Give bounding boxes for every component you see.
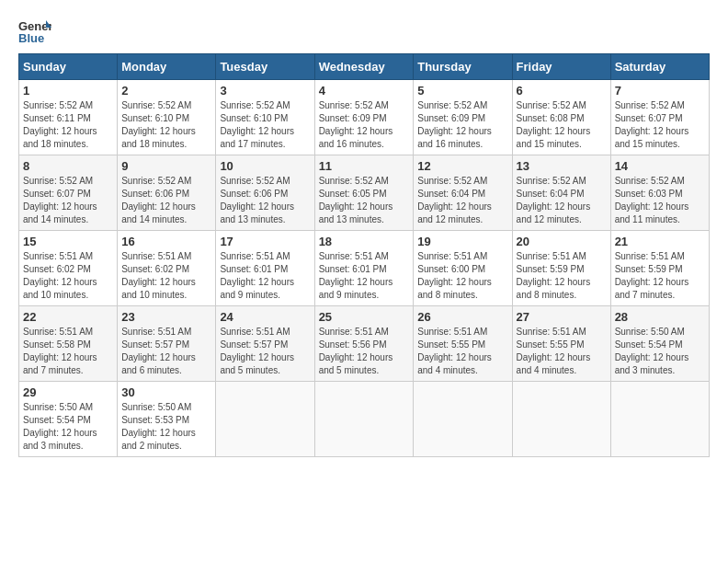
day-info: Sunrise: 5:52 AM Sunset: 6:03 PM Dayligh…: [615, 175, 705, 226]
calendar-cell: 17Sunrise: 5:51 AM Sunset: 6:01 PM Dayli…: [216, 231, 314, 306]
day-number: 20: [517, 235, 607, 248]
day-number: 16: [121, 235, 211, 248]
calendar-cell: 16Sunrise: 5:51 AM Sunset: 6:02 PM Dayli…: [118, 231, 216, 306]
day-info: Sunrise: 5:51 AM Sunset: 5:55 PM Dayligh…: [417, 326, 507, 377]
day-number: 7: [615, 84, 705, 98]
day-number: 3: [220, 84, 310, 98]
calendar-cell: 7Sunrise: 5:52 AM Sunset: 6:07 PM Daylig…: [610, 80, 709, 155]
calendar-cell: 4Sunrise: 5:52 AM Sunset: 6:09 PM Daylig…: [314, 80, 414, 155]
svg-text:Blue: Blue: [18, 31, 44, 44]
day-number: 1: [23, 84, 113, 98]
calendar-table: SundayMondayTuesdayWednesdayThursdayFrid…: [18, 53, 710, 457]
day-info: Sunrise: 5:51 AM Sunset: 5:56 PM Dayligh…: [319, 326, 410, 377]
day-info: Sunrise: 5:52 AM Sunset: 6:11 PM Dayligh…: [23, 99, 113, 151]
calendar-cell: 20Sunrise: 5:51 AM Sunset: 5:59 PM Dayli…: [512, 231, 610, 306]
day-number: 15: [23, 235, 113, 248]
calendar-cell: 12Sunrise: 5:52 AM Sunset: 6:04 PM Dayli…: [414, 155, 512, 231]
day-header-sunday: Sunday: [19, 54, 118, 80]
calendar-cell: 28Sunrise: 5:50 AM Sunset: 5:54 PM Dayli…: [610, 306, 709, 382]
day-info: Sunrise: 5:51 AM Sunset: 5:57 PM Dayligh…: [121, 326, 211, 377]
calendar-cell: 25Sunrise: 5:51 AM Sunset: 5:56 PM Dayli…: [314, 306, 414, 382]
day-number: 27: [517, 310, 607, 324]
calendar-cell: 11Sunrise: 5:52 AM Sunset: 6:05 PM Dayli…: [314, 155, 414, 231]
calendar-cell: 10Sunrise: 5:52 AM Sunset: 6:06 PM Dayli…: [216, 155, 314, 231]
day-info: Sunrise: 5:52 AM Sunset: 6:10 PM Dayligh…: [121, 99, 211, 151]
calendar-cell: 1Sunrise: 5:52 AM Sunset: 6:11 PM Daylig…: [19, 80, 118, 155]
day-number: 23: [121, 310, 211, 324]
day-info: Sunrise: 5:51 AM Sunset: 6:01 PM Dayligh…: [220, 250, 310, 302]
day-info: Sunrise: 5:51 AM Sunset: 6:01 PM Dayligh…: [319, 250, 410, 302]
day-number: 17: [220, 235, 310, 248]
day-info: Sunrise: 5:52 AM Sunset: 6:04 PM Dayligh…: [417, 175, 507, 226]
day-number: 5: [417, 84, 507, 98]
day-info: Sunrise: 5:52 AM Sunset: 6:08 PM Dayligh…: [517, 99, 607, 151]
day-info: Sunrise: 5:52 AM Sunset: 6:06 PM Dayligh…: [220, 175, 310, 226]
calendar-week-row: 22Sunrise: 5:51 AM Sunset: 5:58 PM Dayli…: [19, 306, 710, 382]
day-number: 12: [417, 159, 507, 173]
calendar-cell: 22Sunrise: 5:51 AM Sunset: 5:58 PM Dayli…: [19, 306, 118, 382]
day-number: 8: [23, 159, 113, 173]
calendar-cell: 26Sunrise: 5:51 AM Sunset: 5:55 PM Dayli…: [414, 306, 512, 382]
calendar-cell: 19Sunrise: 5:51 AM Sunset: 6:00 PM Dayli…: [414, 231, 512, 306]
day-info: Sunrise: 5:51 AM Sunset: 6:02 PM Dayligh…: [121, 250, 211, 302]
day-number: 22: [23, 310, 113, 324]
calendar-cell: 3Sunrise: 5:52 AM Sunset: 6:10 PM Daylig…: [216, 80, 314, 155]
day-number: 29: [23, 385, 113, 399]
calendar-cell: [414, 382, 512, 457]
calendar-cell: [512, 382, 610, 457]
logo: General Blue: [18, 18, 51, 44]
calendar-body: 1Sunrise: 5:52 AM Sunset: 6:11 PM Daylig…: [19, 80, 710, 457]
day-header-saturday: Saturday: [610, 54, 709, 80]
day-number: 26: [417, 310, 507, 324]
calendar-header-row: SundayMondayTuesdayWednesdayThursdayFrid…: [19, 54, 710, 80]
calendar-cell: 5Sunrise: 5:52 AM Sunset: 6:09 PM Daylig…: [414, 80, 512, 155]
calendar-week-row: 15Sunrise: 5:51 AM Sunset: 6:02 PM Dayli…: [19, 231, 710, 306]
day-header-monday: Monday: [118, 54, 216, 80]
day-info: Sunrise: 5:52 AM Sunset: 6:04 PM Dayligh…: [517, 175, 607, 226]
calendar-cell: 23Sunrise: 5:51 AM Sunset: 5:57 PM Dayli…: [118, 306, 216, 382]
day-number: 18: [319, 235, 410, 248]
day-header-wednesday: Wednesday: [314, 54, 414, 80]
day-info: Sunrise: 5:51 AM Sunset: 5:59 PM Dayligh…: [517, 250, 607, 302]
day-number: 30: [121, 385, 211, 399]
calendar-cell: 9Sunrise: 5:52 AM Sunset: 6:06 PM Daylig…: [118, 155, 216, 231]
day-number: 10: [220, 159, 310, 173]
day-info: Sunrise: 5:51 AM Sunset: 6:02 PM Dayligh…: [23, 250, 113, 302]
day-number: 19: [417, 235, 507, 248]
day-number: 24: [220, 310, 310, 324]
day-header-tuesday: Tuesday: [216, 54, 314, 80]
day-number: 21: [615, 235, 705, 248]
header: General Blue: [18, 18, 710, 44]
calendar-cell: 15Sunrise: 5:51 AM Sunset: 6:02 PM Dayli…: [19, 231, 118, 306]
day-info: Sunrise: 5:51 AM Sunset: 5:59 PM Dayligh…: [615, 250, 705, 302]
day-info: Sunrise: 5:50 AM Sunset: 5:53 PM Dayligh…: [121, 401, 211, 453]
day-number: 2: [121, 84, 211, 98]
calendar-week-row: 8Sunrise: 5:52 AM Sunset: 6:07 PM Daylig…: [19, 155, 710, 231]
day-number: 13: [517, 159, 607, 173]
day-info: Sunrise: 5:51 AM Sunset: 5:55 PM Dayligh…: [517, 326, 607, 377]
day-number: 28: [615, 310, 705, 324]
day-info: Sunrise: 5:52 AM Sunset: 6:06 PM Dayligh…: [121, 175, 211, 226]
calendar-cell: 29Sunrise: 5:50 AM Sunset: 5:54 PM Dayli…: [19, 382, 118, 457]
calendar-cell: 30Sunrise: 5:50 AM Sunset: 5:53 PM Dayli…: [118, 382, 216, 457]
calendar-week-row: 1Sunrise: 5:52 AM Sunset: 6:11 PM Daylig…: [19, 80, 710, 155]
calendar-cell: [610, 382, 709, 457]
day-info: Sunrise: 5:52 AM Sunset: 6:09 PM Dayligh…: [319, 99, 410, 151]
day-info: Sunrise: 5:52 AM Sunset: 6:07 PM Dayligh…: [615, 99, 705, 151]
day-info: Sunrise: 5:52 AM Sunset: 6:09 PM Dayligh…: [417, 99, 507, 151]
calendar-cell: 2Sunrise: 5:52 AM Sunset: 6:10 PM Daylig…: [118, 80, 216, 155]
day-number: 14: [615, 159, 705, 173]
day-number: 9: [121, 159, 211, 173]
calendar-cell: [216, 382, 314, 457]
day-header-friday: Friday: [512, 54, 610, 80]
day-info: Sunrise: 5:51 AM Sunset: 6:00 PM Dayligh…: [417, 250, 507, 302]
logo-icon: General Blue: [18, 18, 51, 44]
day-header-thursday: Thursday: [414, 54, 512, 80]
day-info: Sunrise: 5:50 AM Sunset: 5:54 PM Dayligh…: [23, 401, 113, 453]
day-info: Sunrise: 5:50 AM Sunset: 5:54 PM Dayligh…: [615, 326, 705, 377]
calendar-cell: 6Sunrise: 5:52 AM Sunset: 6:08 PM Daylig…: [512, 80, 610, 155]
day-info: Sunrise: 5:52 AM Sunset: 6:07 PM Dayligh…: [23, 175, 113, 226]
calendar-cell: 24Sunrise: 5:51 AM Sunset: 5:57 PM Dayli…: [216, 306, 314, 382]
day-number: 11: [319, 159, 410, 173]
day-info: Sunrise: 5:51 AM Sunset: 5:57 PM Dayligh…: [220, 326, 310, 377]
